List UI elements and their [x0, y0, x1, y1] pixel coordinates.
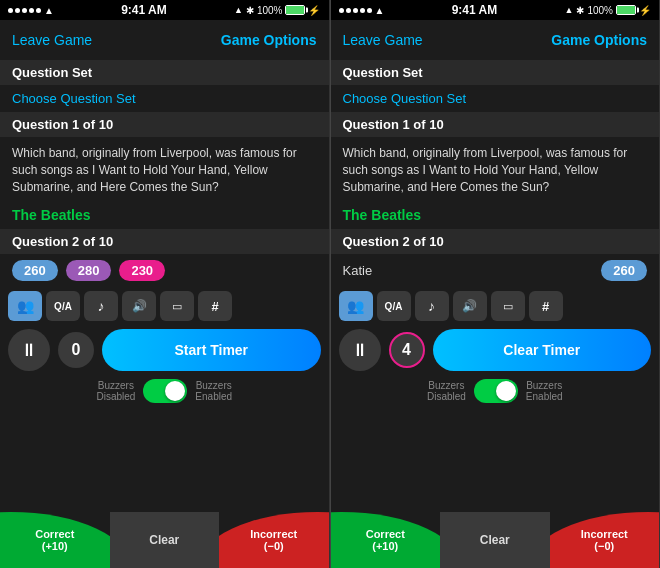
- incorrect-value-1: (−0): [264, 540, 284, 552]
- qa-toolbar-btn-1[interactable]: Q/A: [46, 291, 80, 321]
- icon-toolbar-1: 👥 Q/A ♪ 🔊 ▭ #: [0, 287, 329, 325]
- location-icon-2: ▲: [564, 5, 573, 15]
- question-1-header-1: Question 1 of 10: [0, 112, 329, 137]
- question-1-header-2: Question 1 of 10: [331, 112, 660, 137]
- clear-action-1[interactable]: Clear: [110, 512, 220, 568]
- buzzers-enabled-label-1: BuzzersEnabled: [195, 380, 232, 402]
- hash-toolbar-btn-1[interactable]: #: [198, 291, 232, 321]
- screen-toolbar-btn-2[interactable]: ▭: [491, 291, 525, 321]
- leave-game-button-2[interactable]: Leave Game: [343, 32, 423, 48]
- music-toolbar-btn-1[interactable]: ♪: [84, 291, 118, 321]
- choose-question-link-2[interactable]: Choose Question Set: [331, 85, 660, 112]
- pause-button-1[interactable]: ⏸: [8, 329, 50, 371]
- status-bar-2: ▲ 9:41 AM ▲ ✱ 100% ⚡: [331, 0, 660, 20]
- sound-toolbar-btn-1[interactable]: 🔊: [122, 291, 156, 321]
- score-badge-2: 280: [66, 260, 112, 281]
- player-score-row-2: Katie 260: [331, 254, 660, 287]
- question-2-header-1: Question 2 of 10: [0, 229, 329, 254]
- timer-display-2: 4: [389, 332, 425, 368]
- battery-percent-1: 100%: [257, 5, 283, 16]
- signal-icon-2: [339, 8, 372, 13]
- battery-percent-2: 100%: [587, 5, 613, 16]
- correct-action-1[interactable]: Correct (+10): [0, 512, 110, 568]
- buzzer-row-2: BuzzersDisabled BuzzersEnabled: [331, 375, 660, 407]
- toggle-knob-2: [496, 381, 516, 401]
- timer-display-1: 0: [58, 332, 94, 368]
- hash-toolbar-btn-2[interactable]: #: [529, 291, 563, 321]
- question-set-header-1: Question Set: [0, 60, 329, 85]
- status-left-2: ▲: [339, 5, 385, 16]
- nav-bar-1: Leave Game Game Options: [0, 20, 329, 60]
- question-text-2: Which band, originally from Liverpool, w…: [331, 137, 660, 203]
- phone-panel-1: ▲ 9:41 AM ▲ ✱ 100% ⚡ Leave Game Game Opt…: [0, 0, 330, 568]
- phone-panel-2: ▲ 9:41 AM ▲ ✱ 100% ⚡ Leave Game Game Opt…: [331, 0, 661, 568]
- music-toolbar-btn-2[interactable]: ♪: [415, 291, 449, 321]
- status-left-1: ▲: [8, 5, 54, 16]
- incorrect-value-2: (−0): [594, 540, 614, 552]
- question-text-1: Which band, originally from Liverpool, w…: [0, 137, 329, 203]
- pause-button-2[interactable]: ⏸: [339, 329, 381, 371]
- game-options-button-1[interactable]: Game Options: [221, 32, 317, 48]
- clear-label-2: Clear: [480, 533, 510, 547]
- game-options-button-2[interactable]: Game Options: [551, 32, 647, 48]
- pause-icon-1: ⏸: [20, 340, 38, 361]
- buzzer-row-1: BuzzersDisabled BuzzersEnabled: [0, 375, 329, 407]
- bottom-actions-1: Correct (+10) Clear Incorrect (−0): [0, 512, 329, 568]
- battery-icon-1: [285, 5, 305, 15]
- screen-toolbar-btn-1[interactable]: ▭: [160, 291, 194, 321]
- incorrect-label-2: Incorrect: [581, 528, 628, 540]
- buzzer-toggle-2[interactable]: [474, 379, 518, 403]
- pause-icon-2: ⏸: [351, 340, 369, 361]
- status-bar-1: ▲ 9:41 AM ▲ ✱ 100% ⚡: [0, 0, 329, 20]
- location-icon: ▲: [234, 5, 243, 15]
- correct-label-2: Correct: [366, 528, 405, 540]
- timer-row-1: ⏸ 0 Start Timer: [0, 325, 329, 375]
- icon-toolbar-2: 👥 Q/A ♪ 🔊 ▭ #: [331, 287, 660, 325]
- battery-icon-2: [616, 5, 636, 15]
- toggle-knob-1: [165, 381, 185, 401]
- question-set-header-2: Question Set: [331, 60, 660, 85]
- clear-action-2[interactable]: Clear: [440, 512, 550, 568]
- correct-value-1: (+10): [42, 540, 68, 552]
- status-time-1: 9:41 AM: [121, 3, 167, 17]
- buzzer-toggle-1[interactable]: [143, 379, 187, 403]
- team-toolbar-btn-2[interactable]: 👥: [339, 291, 373, 321]
- clear-timer-button-2[interactable]: Clear Timer: [433, 329, 652, 371]
- correct-label-1: Correct: [35, 528, 74, 540]
- team-toolbar-btn-1[interactable]: 👥: [8, 291, 42, 321]
- qa-toolbar-btn-2[interactable]: Q/A: [377, 291, 411, 321]
- content-1: Question Set Choose Question Set Questio…: [0, 60, 329, 568]
- bluetooth-icon-2: ✱: [576, 5, 584, 16]
- incorrect-action-2[interactable]: Incorrect (−0): [550, 512, 660, 568]
- timer-row-2: ⏸ 4 Clear Timer: [331, 325, 660, 375]
- charging-icon-1: ⚡: [308, 5, 320, 16]
- wifi-icon: ▲: [44, 5, 54, 16]
- incorrect-label-1: Incorrect: [250, 528, 297, 540]
- answer-text-1: The Beatles: [0, 203, 329, 229]
- buzzers-disabled-label-1: BuzzersDisabled: [96, 380, 135, 402]
- score-row-1: 260 280 230: [0, 254, 329, 287]
- wifi-icon-2: ▲: [375, 5, 385, 16]
- nav-bar-2: Leave Game Game Options: [331, 20, 660, 60]
- signal-icon: [8, 8, 41, 13]
- buzzers-disabled-label-2: BuzzersDisabled: [427, 380, 466, 402]
- question-2-header-2: Question 2 of 10: [331, 229, 660, 254]
- status-right-2: ▲ ✱ 100% ⚡: [564, 5, 651, 16]
- content-2: Question Set Choose Question Set Questio…: [331, 60, 660, 568]
- incorrect-action-1[interactable]: Incorrect (−0): [219, 512, 329, 568]
- buzzers-enabled-label-2: BuzzersEnabled: [526, 380, 563, 402]
- correct-action-2[interactable]: Correct (+10): [331, 512, 441, 568]
- score-badge-1: 260: [12, 260, 58, 281]
- sound-toolbar-btn-2[interactable]: 🔊: [453, 291, 487, 321]
- choose-question-link-1[interactable]: Choose Question Set: [0, 85, 329, 112]
- clear-label-1: Clear: [149, 533, 179, 547]
- leave-game-button-1[interactable]: Leave Game: [12, 32, 92, 48]
- status-time-2: 9:41 AM: [452, 3, 498, 17]
- player-name-2: Katie: [343, 263, 373, 278]
- player-score-badge-2: 260: [601, 260, 647, 281]
- correct-value-2: (+10): [372, 540, 398, 552]
- start-timer-button-1[interactable]: Start Timer: [102, 329, 321, 371]
- score-badge-3: 230: [119, 260, 165, 281]
- bottom-actions-2: Correct (+10) Clear Incorrect (−0): [331, 512, 660, 568]
- charging-icon-2: ⚡: [639, 5, 651, 16]
